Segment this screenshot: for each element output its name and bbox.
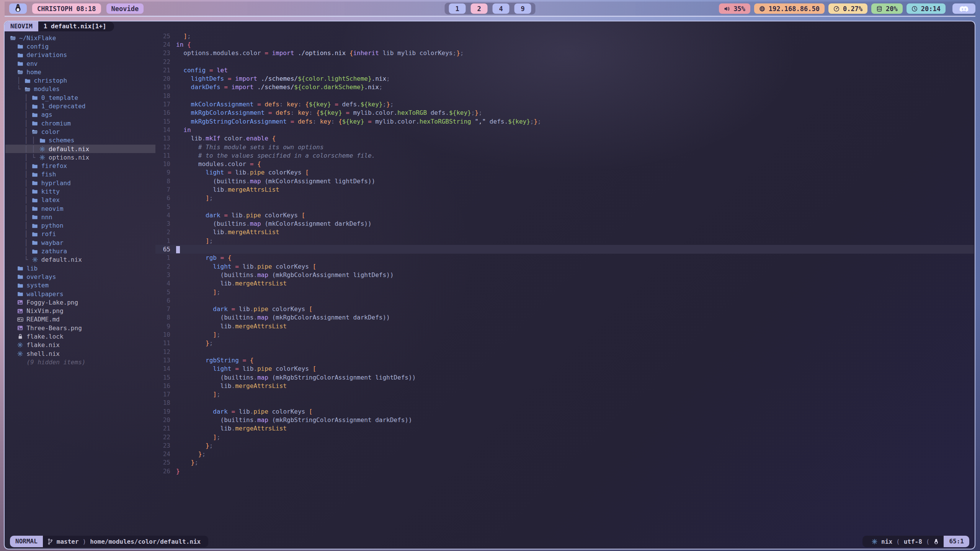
tree-item-~nixflake[interactable]: ~/NixFlake xyxy=(5,34,155,42)
code-line-current[interactable]: 65 xyxy=(155,245,974,253)
code-line[interactable]: 12 # This module sets its own options xyxy=(155,143,974,151)
code-line[interactable]: 10 ]; xyxy=(155,330,974,339)
code-line[interactable]: 13 rgbString = { xyxy=(155,356,974,364)
tree-item-default.nix[interactable]: └ default.nix xyxy=(5,256,155,264)
tree-item-fish[interactable]: │ fish xyxy=(5,170,155,179)
tree-item-rofi[interactable]: │ rofi xyxy=(5,230,155,238)
tree-item-christoph[interactable]: │ christoph xyxy=(5,76,155,85)
tree-item-system[interactable]: system xyxy=(5,281,155,290)
workspace-button-4[interactable]: 4 xyxy=(493,3,510,14)
code-line[interactable]: 20 lightDefs = import ./schemes/${color.… xyxy=(155,74,974,83)
code-line[interactable]: 24in { xyxy=(155,40,974,49)
code-line[interactable]: 23 options.modules.color = import ./opti… xyxy=(155,49,974,57)
tree-item-overlays[interactable]: overlays xyxy=(5,272,155,281)
code-line[interactable]: 8 (builtins.map (mkRgbColorAssignment da… xyxy=(155,313,974,322)
code-line[interactable]: 26} xyxy=(155,467,974,475)
code-line[interactable]: 2 light = lib.pipe colorKeys [ xyxy=(155,262,974,271)
tree-item-hyprland[interactable]: │ hyprland xyxy=(5,179,155,187)
code-line[interactable]: 21 lib.mergeAttrsList xyxy=(155,424,974,433)
code-line[interactable]: 6 xyxy=(155,296,974,305)
code-line[interactable]: 5 xyxy=(155,202,974,211)
active-app-pill[interactable]: Neovide xyxy=(106,3,144,14)
status-pill-network[interactable]: 192.168.86.50 xyxy=(754,3,825,14)
tree-item-home[interactable]: home xyxy=(5,68,155,76)
tree-item-lib[interactable]: lib xyxy=(5,264,155,272)
code-line[interactable]: 18 xyxy=(155,91,974,100)
code-line[interactable]: 25 }; xyxy=(155,458,974,467)
code-line[interactable]: 17 mkColorAssignment = defs: key: {${key… xyxy=(155,100,974,108)
tree-item-latex[interactable]: │ latex xyxy=(5,196,155,204)
tree-item-config[interactable]: config xyxy=(5,42,155,51)
code-line[interactable]: 12 xyxy=(155,347,974,356)
tree-item-wallpapers[interactable]: wallpapers xyxy=(5,290,155,298)
code-line[interactable]: 20 (builtins.map (mkRgbStringColorAssign… xyxy=(155,416,974,424)
code-line[interactable]: 4 dark = lib.pipe colorKeys [ xyxy=(155,211,974,219)
tree-item-flake.nix[interactable]: flake.nix xyxy=(5,341,155,349)
tree-item-options.nix[interactable]: │ └ options.nix xyxy=(5,153,155,161)
code-line[interactable]: 5 ]; xyxy=(155,288,974,296)
tree-item-chromium[interactable]: │ chromium xyxy=(5,119,155,127)
code-line[interactable]: 1 ]; xyxy=(155,236,974,245)
code-line[interactable]: 17 ]; xyxy=(155,390,974,398)
code-line[interactable]: 9 light = lib.pipe colorKeys [ xyxy=(155,168,974,177)
status-pill-cpu[interactable]: 0.27% xyxy=(828,3,867,14)
tree-item-neovim[interactable]: │ neovim xyxy=(5,204,155,213)
tree-item-1deprecated[interactable]: │ 1_deprecated xyxy=(5,102,155,110)
tree-item-env[interactable]: env xyxy=(5,59,155,68)
tree-item-modules[interactable]: └ modules xyxy=(5,85,155,93)
status-pill-disk[interactable]: 20% xyxy=(871,3,903,14)
code-line[interactable]: 3 (builtins.map (mkRgbColorAssignment li… xyxy=(155,271,974,279)
code-line[interactable]: 16 mkRgbColorAssignment = defs: key: {${… xyxy=(155,109,974,117)
tree-item-foggy-lake.png[interactable]: Foggy-Lake.png xyxy=(5,298,155,306)
code-line[interactable]: 18 xyxy=(155,399,974,407)
tree-item-python[interactable]: │ python xyxy=(5,222,155,230)
code-line[interactable]: 16 lib.mergeAttrsList xyxy=(155,381,974,390)
code-line[interactable]: 22 xyxy=(155,57,974,66)
linux-launcher-button[interactable] xyxy=(9,3,27,14)
code-line[interactable]: 21 config = let xyxy=(155,66,974,74)
code-line[interactable]: 9 lib.mergeAttrsList xyxy=(155,322,974,330)
code-line[interactable]: 11 }; xyxy=(155,339,974,347)
code-line[interactable]: 15 mkRgbStringColorAssignment = defs: ke… xyxy=(155,117,974,126)
tree-item-three-bears.png[interactable]: Three-Bears.png xyxy=(5,324,155,332)
code-line[interactable]: 19 dark = lib.pipe colorKeys [ xyxy=(155,407,974,416)
tree-item-0template[interactable]: │ 0_template xyxy=(5,93,155,102)
editor-buffer[interactable]: 25 ];24in {23 options.modules.color = im… xyxy=(155,32,974,475)
code-line[interactable]: 7 lib.mergeAttrsList xyxy=(155,185,974,194)
code-line[interactable]: 11 # to the values specified in a colors… xyxy=(155,151,974,160)
code-line[interactable]: 15 (builtins.map (mkRgbStringColorAssign… xyxy=(155,373,974,381)
code-line[interactable]: 4 lib.mergeAttrsList xyxy=(155,279,974,288)
workspace-button-2[interactable]: 2 xyxy=(471,3,488,14)
code-line[interactable]: 23 }; xyxy=(155,441,974,450)
code-line[interactable]: 14 in xyxy=(155,126,974,134)
tree-item-nixvim.png[interactable]: NixVim.png xyxy=(5,307,155,315)
discord-tray-icon[interactable] xyxy=(952,3,975,14)
code-line[interactable]: 19 darkDefs = import ./schemes/${color.d… xyxy=(155,83,974,91)
tree-item-readme.md[interactable]: README.md xyxy=(5,315,155,324)
tree-item-waybar[interactable]: │ waybar xyxy=(5,238,155,247)
tree-item-derivations[interactable]: derivations xyxy=(5,51,155,59)
code-line[interactable]: 25 ]; xyxy=(155,32,974,40)
tree-item-9hiddenitems[interactable]: (9 hidden items) xyxy=(5,358,155,366)
tree-item-ags[interactable]: │ ags xyxy=(5,111,155,119)
tree-item-color[interactable]: │ color xyxy=(5,127,155,136)
code-line[interactable]: 14 light = lib.pipe colorKeys [ xyxy=(155,365,974,373)
tree-item-nnn[interactable]: │ nnn xyxy=(5,213,155,221)
code-line[interactable]: 1 rgb = { xyxy=(155,254,974,262)
host-clock-pill[interactable]: CHRISTOPH 08:18 xyxy=(32,3,101,14)
code-line[interactable]: 13 lib.mkIf color.enable { xyxy=(155,134,974,143)
status-pill-volume[interactable]: 35% xyxy=(719,3,750,14)
tree-item-default.nix[interactable]: │ │ default.nix xyxy=(5,145,155,153)
code-line[interactable]: 3 (builtins.map (mkColorAssignment darkD… xyxy=(155,220,974,228)
code-line[interactable]: 10 modules.color = { xyxy=(155,160,974,168)
tree-item-shell.nix[interactable]: shell.nix xyxy=(5,349,155,358)
code-line[interactable]: 24 }; xyxy=(155,450,974,458)
tab-default-nix[interactable]: 1 default.nix[1+] xyxy=(38,21,114,31)
status-pill-clock[interactable]: 20:14 xyxy=(906,3,946,14)
tree-item-firefox[interactable]: │ firefox xyxy=(5,161,155,170)
code-line[interactable]: 8 (builtins.map (mkColorAssignment light… xyxy=(155,177,974,185)
workspace-button-1[interactable]: 1 xyxy=(449,3,466,14)
code-line[interactable]: 6 ]; xyxy=(155,194,974,202)
tree-item-zathura[interactable]: │ zathura xyxy=(5,247,155,255)
tree-item-kitty[interactable]: │ kitty xyxy=(5,187,155,196)
